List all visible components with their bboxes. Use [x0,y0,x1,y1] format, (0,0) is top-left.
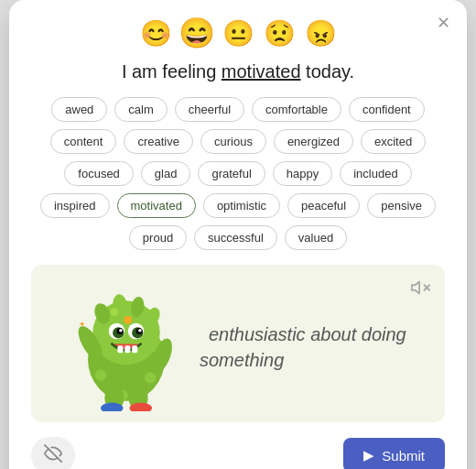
feeling-title: I am feeling motivated today. [31,61,445,82]
emoji-row: 😊 😄 😐 😟 😠 [31,18,445,49]
description-text: enthusiastic about doing something [200,324,406,370]
submit-icon: ▶ [363,447,374,464]
tag-proud[interactable]: proud [129,225,187,250]
tag-cheerful[interactable]: cheerful [175,97,244,122]
emoji-very-happy[interactable]: 😊 [140,18,172,49]
tag-grateful[interactable]: grateful [198,161,265,186]
tag-glad[interactable]: glad [141,161,191,186]
footer: ▶ Submit [31,437,445,469]
tag-happy[interactable]: happy [273,161,332,186]
svg-text:✦: ✦ [79,320,86,329]
tag-peaceful[interactable]: peaceful [287,193,360,218]
tag-excited[interactable]: excited [361,129,426,154]
hide-button[interactable] [31,437,75,469]
tag-inspired[interactable]: inspired [40,193,110,218]
illustration-description: enthusiastic about doing something [200,322,423,373]
tag-curious[interactable]: curious [200,129,266,154]
main-modal: ✕ 😊 😄 😐 😟 😠 I am feeling motivated today… [9,0,467,469]
tag-awed[interactable]: awed [51,97,107,122]
svg-rect-23 [117,345,123,353]
title-suffix: today. [301,61,355,82]
monster-illustration: ✦ ✦ [62,283,190,411]
title-word: motivated [222,61,301,82]
emoji-happy[interactable]: 😄 [178,16,215,51]
monster-area: ✦ ✦ [53,283,200,411]
close-button[interactable]: ✕ [437,15,450,31]
tag-pensive[interactable]: pensive [367,193,436,218]
tag-creative[interactable]: creative [124,129,193,154]
mute-icon[interactable] [410,278,430,302]
tag-confident[interactable]: confident [349,97,425,122]
title-prefix: I am feeling [122,61,222,82]
tag-successful[interactable]: successful [194,225,277,250]
tag-calm[interactable]: calm [114,97,167,122]
eye-slash-icon [44,444,62,463]
svg-point-4 [145,372,156,383]
tag-energized[interactable]: energized [274,129,353,154]
svg-rect-25 [132,345,137,353]
tags-container: awed calm cheerful comfortable confident… [31,97,445,250]
illustration-box: ✦ ✦ enthusiastic about doing something [31,265,445,422]
submit-label: Submit [382,448,425,464]
tag-valued[interactable]: valued [285,225,347,250]
submit-button[interactable]: ▶ Submit [343,438,445,469]
tag-included[interactable]: included [340,161,411,186]
emoji-neutral[interactable]: 😐 [222,18,254,49]
svg-rect-24 [124,345,130,353]
svg-point-13 [111,308,119,316]
svg-point-20 [119,329,123,333]
svg-point-3 [95,370,106,381]
tag-optimistic[interactable]: optimistic [203,193,280,218]
tag-content[interactable]: content [50,129,117,154]
tag-comfortable[interactable]: comfortable [252,97,341,122]
tag-focused[interactable]: focused [64,161,134,186]
svg-point-21 [138,329,142,333]
svg-marker-34 [412,282,419,294]
svg-point-22 [124,316,132,324]
emoji-angry[interactable]: 😠 [305,18,337,49]
tag-motivated[interactable]: motivated [117,193,196,218]
emoji-sad[interactable]: 😟 [264,18,296,49]
